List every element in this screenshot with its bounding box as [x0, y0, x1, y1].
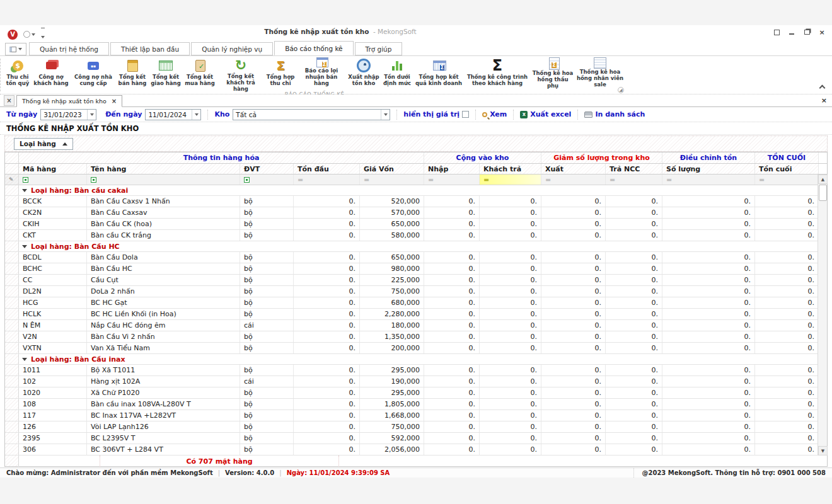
dropdown-button[interactable] — [192, 110, 200, 120]
cell-so-luong[interactable]: 0. — [662, 275, 755, 285]
band-cong-vao-kho[interactable]: Cộng vào kho — [424, 152, 541, 163]
cell-ten-hang[interactable]: BC 306VT + L284 VT — [87, 444, 240, 455]
cell-ton-dau[interactable]: 0. — [294, 219, 360, 229]
ribbon-tab-quan-tri-he-thong[interactable]: Quản trị hệ thống — [29, 42, 109, 55]
group-row-label[interactable]: Loại hàng: Bàn cầu cakai — [19, 185, 827, 195]
minimize-button[interactable] — [788, 28, 795, 36]
cell-gia-von[interactable]: 680,000 — [360, 297, 424, 308]
cell-ten-hang[interactable]: Bàn cầu inax 108VA-L280V T — [87, 399, 240, 410]
cell-xuat[interactable]: 0. — [541, 207, 606, 218]
cell-khach-tra[interactable]: 0. — [480, 286, 541, 297]
cell-so-luong[interactable]: 0. — [662, 376, 755, 387]
ribbon-button-bao-cao-loi-nhuan-ban-hang[interactable]: Báo cáo lợi nhuận bán hàng — [296, 57, 347, 87]
cell-ma-hang[interactable]: 1011 — [19, 365, 87, 375]
cell-nhap[interactable]: 0. — [424, 376, 480, 387]
ribbon-button-thong-ke-hoa-hong-nhan-vien-sale[interactable]: Thống kê hoa hồng nhân viên sale — [575, 57, 625, 87]
view-button[interactable]: Xem — [482, 110, 507, 118]
cell-gia-von[interactable]: 1,805,000 — [360, 399, 424, 410]
filter-cell-ten-hang[interactable] — [87, 175, 240, 185]
cell-so-luong[interactable]: 0. — [662, 309, 755, 319]
cell-ton-dau[interactable]: 0. — [294, 196, 360, 207]
cell-nhap[interactable]: 0. — [424, 433, 480, 444]
cell-dvt[interactable]: bộ — [240, 252, 294, 263]
cell-ton-cuoi[interactable]: 0. — [755, 263, 819, 274]
cell-tra-ncc[interactable]: 0. — [606, 376, 662, 387]
cell-nhap[interactable]: 0. — [424, 365, 480, 375]
cell-dvt[interactable]: bộ — [240, 365, 294, 375]
cell-ton-cuoi[interactable]: 0. — [755, 286, 819, 297]
cell-gia-von[interactable]: 2,280,000 — [360, 309, 424, 319]
cell-dvt[interactable]: bộ — [240, 286, 294, 297]
cell-khach-tra[interactable]: 0. — [480, 196, 541, 207]
filter-cell-ma-hang[interactable] — [19, 175, 87, 185]
cell-xuat[interactable]: 0. — [541, 219, 606, 229]
cell-ton-dau[interactable]: 0. — [294, 207, 360, 218]
cell-khach-tra[interactable]: 0. — [480, 219, 541, 229]
cell-nhap[interactable]: 0. — [424, 410, 480, 421]
cell-nhap[interactable]: 0. — [424, 444, 480, 455]
ribbon-button-cong-no-khach-hang[interactable]: Công nợ khách hàng — [32, 57, 71, 87]
cell-ten-hang[interactable]: Hàng xịt 102A — [87, 376, 240, 387]
cell-dvt[interactable]: bộ — [240, 331, 294, 342]
cell-ton-dau[interactable]: 0. — [294, 263, 360, 274]
cell-gia-von[interactable]: 650,000 — [360, 252, 424, 263]
cell-xuat[interactable]: 0. — [541, 263, 606, 274]
column-header-xuat[interactable]: Xuất — [541, 164, 606, 174]
cell-dvt[interactable]: cái — [240, 320, 294, 331]
group-row-label[interactable]: Loại hàng: Bàn Cầu HC — [19, 241, 827, 251]
cell-tra-ncc[interactable]: 0. — [606, 297, 662, 308]
cell-so-luong[interactable]: 0. — [662, 219, 755, 229]
cell-ten-hang[interactable]: BC HC Gạt — [87, 297, 240, 308]
cell-ton-cuoi[interactable]: 0. — [755, 365, 819, 375]
cell-ton-dau[interactable]: 0. — [294, 286, 360, 297]
cell-ton-cuoi[interactable]: 0. — [755, 376, 819, 387]
cell-ton-dau[interactable]: 0. — [294, 297, 360, 308]
cell-ton-cuoi[interactable]: 0. — [755, 320, 819, 331]
cell-tra-ncc[interactable]: 0. — [606, 207, 662, 218]
cell-so-luong[interactable]: 0. — [662, 320, 755, 331]
cell-khach-tra[interactable]: 0. — [480, 320, 541, 331]
cell-xuat[interactable]: 0. — [541, 433, 606, 444]
cell-ma-hang[interactable]: BCDL — [19, 252, 87, 263]
ribbon-tab-thiet-lap-ban-dau[interactable]: Thiết lập ban đầu — [110, 42, 190, 55]
print-list-button[interactable]: In danh sách — [584, 110, 645, 118]
cell-so-luong[interactable]: 0. — [662, 421, 755, 432]
scrollbar-thumb[interactable] — [819, 185, 827, 201]
cell-dvt[interactable]: bộ — [240, 421, 294, 432]
cell-gia-von[interactable]: 190,000 — [360, 376, 424, 387]
cell-dvt[interactable]: bộ — [240, 196, 294, 207]
cell-ma-hang[interactable]: CKIH — [19, 219, 87, 229]
ribbon-tab-bao-cao-thong-ke[interactable]: Báo cáo thống kê — [274, 41, 353, 55]
cell-tra-ncc[interactable]: 0. — [606, 331, 662, 342]
cell-khach-tra[interactable]: 0. — [480, 387, 541, 398]
cell-ton-cuoi[interactable]: 0. — [755, 433, 819, 444]
cell-ton-cuoi[interactable]: 0. — [755, 252, 819, 263]
ribbon-button-thong-ke-hoa-hong-thau-phu[interactable]: Thống kê hoa hồng thầu phụ — [531, 57, 575, 87]
cell-ten-hang[interactable]: Xã Chữ P1020 — [87, 387, 240, 398]
cell-ma-hang[interactable]: 117 — [19, 410, 87, 421]
cell-xuat[interactable]: 0. — [541, 331, 606, 342]
cell-ton-dau[interactable]: 0. — [294, 275, 360, 285]
cell-tra-ncc[interactable]: 0. — [606, 275, 662, 285]
warehouse-combo[interactable]: Tất cả — [233, 109, 390, 120]
cell-ton-dau[interactable]: 0. — [294, 421, 360, 432]
cell-xuat[interactable]: 0. — [541, 320, 606, 331]
scroll-down-button[interactable]: ▼ — [818, 446, 828, 455]
cell-gia-von[interactable]: 520,000 — [360, 196, 424, 207]
skin-gallery-button[interactable] — [5, 43, 26, 55]
cell-gia-von[interactable]: 295,000 — [360, 387, 424, 398]
cell-tra-ncc[interactable]: 0. — [606, 219, 662, 229]
cell-khach-tra[interactable]: 0. — [480, 444, 541, 455]
ribbon-button-tong-ket-giao-hang[interactable]: Tổng kết giao hàng — [149, 57, 183, 87]
cell-tra-ncc[interactable]: 0. — [606, 263, 662, 274]
cell-dvt[interactable]: bộ — [240, 309, 294, 319]
cell-ten-hang[interactable]: Bộ Xã T1011 — [87, 365, 240, 375]
cell-ma-hang[interactable]: VXTN — [19, 343, 87, 353]
cell-gia-von[interactable]: 200,000 — [360, 343, 424, 353]
ribbon-button-tong-ket-ban-hang[interactable]: Tổng kết bán hàng — [116, 57, 149, 87]
cell-dvt[interactable]: bộ — [240, 230, 294, 241]
cell-khach-tra[interactable]: 0. — [480, 343, 541, 353]
cell-ten-hang[interactable]: BC Inax 117VA +L282VT — [87, 410, 240, 421]
cell-so-luong[interactable]: 0. — [662, 207, 755, 218]
cell-xuat[interactable]: 0. — [541, 387, 606, 398]
